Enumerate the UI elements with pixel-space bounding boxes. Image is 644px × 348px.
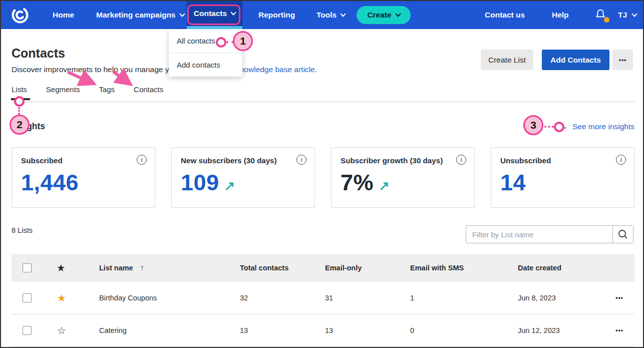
page-description: Discover improvements to help you manage… (12, 65, 317, 74)
more-actions-button[interactable]: ••• (612, 50, 633, 70)
card-value: 1,446 (21, 171, 79, 194)
see-more-insights-link[interactable]: → See more insights (559, 121, 634, 132)
column-header-total-contacts: Total contacts (240, 264, 325, 272)
chevron-down-icon (631, 11, 637, 17)
tab-segments[interactable]: Segments (46, 85, 80, 94)
trend-up-icon: ↗ (224, 179, 235, 194)
filter-by-list-name-input[interactable] (466, 226, 612, 243)
select-all-checkbox[interactable] (23, 263, 32, 272)
annotation-connector (18, 107, 20, 115)
contacts-page: Home Marketing campaigns Contacts Report… (0, 0, 644, 348)
card-subscribed: Subscribed i 1,446 (12, 147, 155, 208)
insight-cards: Subscribed i 1,446 New subscribers (30 d… (12, 147, 634, 208)
column-header-date-created: Date created (518, 264, 604, 272)
card-value: 7% (341, 171, 374, 194)
nav-item-label: Home (53, 11, 74, 20)
list-filter (466, 225, 633, 243)
row-more-actions-icon[interactable]: ••• (615, 327, 623, 334)
star-outline-icon[interactable]: ☆ (57, 325, 66, 336)
page-title: Contacts (12, 46, 65, 61)
trend-up-icon: ↗ (379, 179, 390, 194)
notification-badge-dot (604, 17, 609, 23)
nav-item-label: Reporting (258, 11, 295, 20)
menu-item-add-contacts[interactable]: Add contacts (169, 53, 242, 77)
nav-item-label: Marketing campaigns (96, 11, 176, 20)
nav-item-tools[interactable]: Tools (316, 1, 345, 29)
table-row[interactable]: ★ Birthday Coupons 32 31 1 Jun 8, 2023 •… (12, 282, 634, 314)
search-button[interactable] (612, 226, 633, 243)
date-created-value: Jun 12, 2023 (518, 326, 604, 334)
nav-item-help[interactable]: Help (552, 1, 569, 29)
nav-item-contacts[interactable]: Contacts (187, 1, 242, 29)
nav-item-label: Help (552, 11, 569, 20)
info-icon[interactable]: i (137, 155, 147, 165)
knowledge-base-link[interactable]: knowledge base article. (236, 65, 317, 74)
date-created-value: Jun 8, 2023 (518, 294, 604, 302)
nav-item-contact-us[interactable]: Contact us (485, 1, 525, 29)
chevron-down-icon (395, 11, 401, 17)
info-icon[interactable]: i (296, 155, 306, 165)
create-button[interactable]: Create (357, 6, 411, 24)
lists-count-label: 8 Lists (12, 226, 33, 234)
nav-item-label: Contact us (485, 11, 525, 20)
card-label: Subscriber growth (30 days) (341, 156, 465, 165)
nav-item-home[interactable]: Home (53, 1, 74, 29)
top-navigation-bar: Home Marketing campaigns Contacts Report… (1, 1, 643, 29)
chevron-down-icon (230, 10, 236, 15)
star-filled-icon[interactable]: ★ (57, 292, 66, 303)
info-icon[interactable]: i (616, 155, 626, 165)
total-contacts-value: 13 (240, 326, 325, 334)
add-contacts-button[interactable]: Add Contacts (542, 50, 609, 70)
avatar-initials: TJ (618, 11, 627, 20)
contacts-tabs: Lists Segments Tags Contacts (12, 85, 634, 102)
card-value: 109 (181, 171, 219, 194)
card-subscriber-growth: Subscriber growth (30 days) i 7% ↗ (331, 147, 475, 208)
create-button-label: Create (367, 11, 391, 20)
insights-title: Insights (12, 121, 45, 132)
tab-tags[interactable]: Tags (99, 85, 115, 94)
nav-item-label: Tools (316, 11, 337, 20)
menu-item-all-contacts[interactable]: All contacts (169, 29, 242, 53)
email-only-value: 13 (325, 326, 410, 334)
column-header-list-name[interactable]: List name↑ (99, 263, 240, 272)
column-header-email-only: Email-only (325, 264, 410, 272)
chevron-down-icon (341, 11, 346, 17)
contacts-dropdown-menu: All contacts Add contacts (169, 29, 242, 77)
info-icon[interactable]: i (456, 155, 466, 165)
lists-table: ★ List name↑ Total contacts Email-only E… (12, 254, 634, 347)
table-row[interactable]: ☆ Catering 13 13 0 Jun 12, 2023 ••• (12, 314, 634, 347)
row-checkbox[interactable] (23, 326, 32, 335)
card-label: Subscribed (21, 156, 146, 165)
email-with-sms-value: 0 (410, 326, 518, 334)
card-new-subscribers: New subscribers (30 days) i 109 ↗ (171, 147, 315, 208)
nav-item-marketing-campaigns[interactable]: Marketing campaigns (96, 1, 184, 29)
nav-item-reporting[interactable]: Reporting (258, 1, 295, 29)
column-header-email-with-sms: Email with SMS (410, 264, 518, 272)
list-name-link[interactable]: Birthday Coupons (99, 294, 240, 302)
card-label: Unsubscribed (500, 156, 625, 165)
chevron-down-icon (179, 11, 185, 17)
arrow-right-icon: → (559, 121, 568, 132)
brand-logo-icon[interactable] (11, 6, 30, 25)
table-header-row: ★ List name↑ Total contacts Email-only E… (12, 254, 634, 282)
tab-contacts[interactable]: Contacts (134, 85, 163, 94)
card-label: New subscribers (30 days) (181, 156, 305, 165)
list-name-link[interactable]: Catering (99, 326, 240, 334)
account-avatar-menu[interactable]: TJ (618, 1, 636, 29)
see-more-insights-label: See more insights (572, 122, 634, 131)
search-icon (617, 229, 628, 240)
sort-ascending-icon: ↑ (140, 263, 144, 272)
row-checkbox[interactable] (23, 293, 32, 302)
row-more-actions-icon[interactable]: ••• (615, 294, 623, 301)
insights-header-row: Insights → See more insights (12, 121, 634, 132)
email-with-sms-value: 1 (410, 294, 518, 302)
notifications-bell-icon[interactable] (594, 8, 609, 23)
email-only-value: 31 (325, 294, 410, 302)
create-list-button[interactable]: Create List (481, 50, 533, 70)
card-unsubscribed: Unsubscribed i 14 (491, 147, 634, 208)
favorite-column-star-icon: ★ (57, 263, 65, 273)
nav-item-label: Contacts (194, 9, 227, 18)
card-value: 14 (500, 171, 526, 194)
total-contacts-value: 32 (240, 294, 325, 302)
tab-lists[interactable]: Lists (12, 85, 27, 94)
